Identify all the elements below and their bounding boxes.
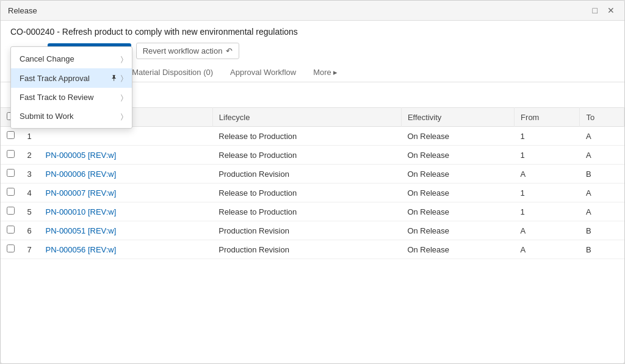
- row-to-cell: B: [580, 165, 624, 184]
- row-id-cell[interactable]: PN-000007 [REV:w]: [40, 184, 213, 202]
- row-checkbox[interactable]: [7, 226, 15, 234]
- chevron-right-icon-3: 〉: [121, 93, 123, 102]
- row-id-cell[interactable]: PN-000051 [REV:w]: [40, 221, 213, 240]
- row-from-cell: 1: [515, 127, 580, 146]
- chevron-right-icon-4: 〉: [121, 112, 123, 121]
- menu-item-cancel-change-label: Cancel Change: [20, 54, 74, 63]
- row-checkbox[interactable]: [7, 188, 15, 196]
- row-id-link[interactable]: PN-000006 [REV:w]: [46, 170, 117, 179]
- window-title: Release: [8, 6, 37, 15]
- menu-item-fast-track-approval[interactable]: Fast Track Approval 🖈 〉: [11, 68, 132, 88]
- row-lifecycle-cell: Production Revision: [212, 240, 401, 259]
- revert-label: Revert workflow action: [143, 46, 223, 55]
- row-id-link[interactable]: PN-000010 [REV:w]: [46, 207, 117, 216]
- row-checkbox-cell[interactable]: [1, 221, 21, 240]
- table-row: 5 PN-000010 [REV:w] Release to Productio…: [1, 202, 624, 221]
- table-row: 2 PN-000005 [REV:w] Release to Productio…: [1, 146, 624, 165]
- table-row: 3 PN-000006 [REV:w] Production Revision …: [1, 165, 624, 184]
- menu-item-fast-track-approval-label: Fast Track Approval: [20, 74, 90, 83]
- row-effectivity-cell: On Release: [401, 221, 514, 240]
- row-to-cell: A: [580, 146, 624, 165]
- row-id-link[interactable]: PN-000051 [REV:w]: [46, 226, 117, 235]
- record-id: CO-000240: [10, 27, 54, 37]
- row-to-cell: A: [580, 184, 624, 202]
- titlebar: Release □ ✕: [1, 1, 624, 21]
- row-id-link[interactable]: PN-000007 [REV:w]: [46, 188, 117, 198]
- tab-more[interactable]: More ▸: [305, 64, 346, 82]
- revert-icon: ↶: [226, 46, 233, 55]
- table-row: 4 PN-000007 [REV:w] Release to Productio…: [1, 184, 624, 202]
- row-checkbox-cell[interactable]: [1, 202, 21, 221]
- col-lifecycle: Lifecycle: [212, 108, 401, 127]
- menu-item-submit-to-work[interactable]: Submit to Work 〉: [11, 107, 132, 126]
- row-id-link[interactable]: PN-000005 [REV:w]: [46, 151, 117, 160]
- row-number-cell: 7: [21, 240, 40, 259]
- row-number-cell: 2: [21, 146, 40, 165]
- row-from-cell: 1: [515, 202, 580, 221]
- row-effectivity-cell: On Release: [401, 165, 514, 184]
- row-id-cell[interactable]: PN-000006 [REV:w]: [40, 165, 213, 184]
- row-checkbox-cell[interactable]: [1, 165, 21, 184]
- row-checkbox[interactable]: [7, 150, 15, 158]
- row-checkbox[interactable]: [7, 169, 15, 177]
- table-row: 7 PN-000056 [REV:w] Production Revision …: [1, 240, 624, 259]
- window-controls: □ ✕: [590, 4, 617, 16]
- main-window: Release □ ✕ CO-000240 - Refresh product …: [0, 0, 625, 364]
- record-description: Refresh product to comply with new envir…: [62, 27, 298, 37]
- col-to: To: [580, 108, 624, 127]
- menu-item-fast-track-review-label: Fast Track to Review: [20, 93, 93, 102]
- revert-workflow-button[interactable]: Revert workflow action ↶: [136, 43, 240, 59]
- row-checkbox-cell[interactable]: [1, 127, 21, 146]
- menu-cursor-icon: 🖈 〉: [107, 73, 123, 83]
- row-from-cell: A: [515, 221, 580, 240]
- row-number-cell: 6: [21, 221, 40, 240]
- row-lifecycle-cell: Production Revision: [212, 165, 401, 184]
- table-row: 6 PN-000051 [REV:w] Production Revision …: [1, 221, 624, 240]
- row-effectivity-cell: On Release: [401, 202, 514, 221]
- minimize-button[interactable]: □: [590, 4, 600, 16]
- col-effectivity: Effectivity: [401, 108, 514, 127]
- row-lifecycle-cell: Release to Production: [212, 146, 401, 165]
- row-number-cell: 4: [21, 184, 40, 202]
- menu-item-fast-track-review[interactable]: Fast Track to Review 〉: [11, 88, 132, 107]
- record-separator: -: [57, 27, 62, 37]
- table-row: 1 Release to Production On Release 1 A: [1, 127, 624, 146]
- row-effectivity-cell: On Release: [401, 146, 514, 165]
- row-number-cell: 1: [21, 127, 40, 146]
- row-to-cell: A: [580, 127, 624, 146]
- row-checkbox[interactable]: [7, 207, 15, 215]
- row-to-cell: A: [580, 202, 624, 221]
- row-checkbox[interactable]: [7, 244, 15, 252]
- menu-item-cancel-change[interactable]: Cancel Change 〉: [11, 49, 132, 68]
- row-checkbox-cell[interactable]: [1, 240, 21, 259]
- row-to-cell: B: [580, 240, 624, 259]
- row-effectivity-cell: On Release: [401, 127, 514, 146]
- row-number-cell: 3: [21, 165, 40, 184]
- row-id-link[interactable]: PN-000056 [REV:w]: [46, 245, 117, 254]
- row-id-cell[interactable]: PN-000010 [REV:w]: [40, 202, 213, 221]
- tab-approval-workflow[interactable]: Approval Workflow: [222, 64, 305, 82]
- row-effectivity-cell: On Release: [401, 240, 514, 259]
- chevron-right-icon-2: 〉: [121, 74, 123, 82]
- dropdown-overlay: Cancel Change 〉 Fast Track Approval 🖈 〉 …: [10, 46, 132, 129]
- row-to-cell: B: [580, 221, 624, 240]
- row-from-cell: 1: [515, 146, 580, 165]
- chevron-right-icon: 〉: [121, 55, 123, 63]
- row-from-cell: 1: [515, 184, 580, 202]
- col-from: From: [515, 108, 580, 127]
- row-from-cell: A: [515, 165, 580, 184]
- row-lifecycle-cell: Production Revision: [212, 221, 401, 240]
- close-button[interactable]: ✕: [605, 4, 617, 16]
- row-id-cell[interactable]: PN-000005 [REV:w]: [40, 146, 213, 165]
- row-number-cell: 5: [21, 202, 40, 221]
- workflow-dropdown-menu: Cancel Change 〉 Fast Track Approval 🖈 〉 …: [10, 46, 132, 129]
- row-id-cell[interactable]: PN-000056 [REV:w]: [40, 240, 213, 259]
- items-table: # Lifecycle Effectivity From: [1, 107, 624, 259]
- row-checkbox-cell[interactable]: [1, 146, 21, 165]
- row-checkbox[interactable]: [7, 131, 15, 139]
- row-lifecycle-cell: Release to Production: [212, 127, 401, 146]
- tab-material-disposition[interactable]: Material Disposition (0): [123, 64, 222, 82]
- row-from-cell: A: [515, 240, 580, 259]
- row-checkbox-cell[interactable]: [1, 184, 21, 202]
- row-id-cell[interactable]: [40, 127, 213, 146]
